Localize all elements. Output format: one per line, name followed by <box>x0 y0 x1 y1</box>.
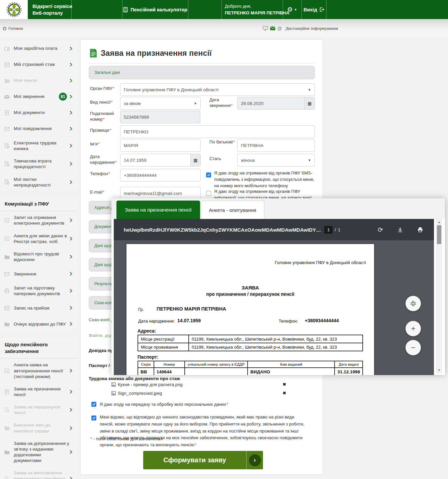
application-date-value: 28.08.2020 <box>241 101 264 106</box>
gear-icon: ⚙ <box>287 6 293 13</box>
first-name-input[interactable]: МАРІЯ <box>120 139 201 152</box>
pension-type-select[interactable]: за віком▼ <box>120 97 201 110</box>
sidebar-item[interactable]: Анкета-заява на автопризначення пенсії (… <box>0 359 77 382</box>
sidebar-item[interactable]: Мої документи <box>0 105 77 120</box>
sidebar-item[interactable]: Запит на підготовку паперових документів <box>0 282 77 300</box>
sidebar-item[interactable]: Мої листки непрацездатності <box>0 173 77 191</box>
remote-informing[interactable]: @ Дистанційне інформування <box>263 26 338 31</box>
field-label-pension-type: Вид пенсії* <box>90 100 119 105</box>
email-input[interactable]: marinagintova11@gmail.com <box>120 187 201 200</box>
fit-page-button[interactable] <box>406 296 421 311</box>
image-file-icon <box>111 382 116 387</box>
organ-select[interactable]: Головне управління ПФУ в Донецькій облас… <box>120 83 315 96</box>
sidebar-item[interactable]: Мої звернення81 <box>0 89 77 104</box>
sidebar-item[interactable]: Моя заробітна плата <box>0 41 77 56</box>
email-value: marinagintova11@gmail.com <box>124 191 182 196</box>
organ-value: Головне управління ПФУ в Донецькій облас… <box>124 87 218 92</box>
doc-phone-label: Телефон: <box>279 319 298 324</box>
settings-menu-button[interactable]: ⚙ ▼ <box>283 0 301 19</box>
sidebar-item[interactable]: Заява на допризначення у зв’язку з надан… <box>0 438 77 467</box>
pfu-logo[interactable] <box>0 0 28 19</box>
calendar-icon[interactable]: ▦ <box>304 97 315 109</box>
sidebar-item[interactable]: Відомості про трудові відносини <box>0 248 77 265</box>
awareness-consent-checkbox[interactable] <box>91 415 96 421</box>
required-fields-note: * - поля обов’язкові для заповнення <box>90 436 163 441</box>
submit-arrow-segment: › <box>246 451 263 469</box>
tax-number-input[interactable]: 5234567899 <box>120 111 200 123</box>
sidebar-item-label: Мої повідомлення <box>14 126 70 131</box>
folder-icon <box>4 254 10 260</box>
section-header-general[interactable]: Загальні дані <box>89 66 315 79</box>
sidebar-item[interactable]: Запит на отримання електронних документі… <box>0 212 77 229</box>
sidebar-item[interactable]: Внесення змін до пенсійної справи <box>0 419 77 437</box>
monitor-icon <box>263 26 268 31</box>
sidebar-item[interactable]: Анкета для зміни даних в Реєстрі застрах… <box>0 230 77 247</box>
required-mark: * <box>115 160 117 165</box>
sidebar-group: Щодо пенсійного забезпеченняАнкета-заява… <box>0 338 77 479</box>
gender-value: жіноча <box>241 158 255 163</box>
scrollbar-thumb[interactable] <box>437 225 441 244</box>
sidebar-item[interactable]: Електронна трудова книжка <box>0 137 77 154</box>
phone-value: +380934444444 <box>124 173 157 178</box>
breadcrumb-home: Головна <box>8 26 23 30</box>
doc-address-row: Місце проживання01199, Хмельницька обл.,… <box>138 343 363 351</box>
sidebar-item-label: Мої документи <box>14 110 70 115</box>
sidebar-item[interactable]: Очікує відправки до ПФУ <box>0 316 77 332</box>
birth-date-value: 14.07.1959 <box>124 158 147 163</box>
patronymic-input[interactable]: ПЕТРІВНА <box>237 139 315 152</box>
zoom-in-button[interactable]: + <box>406 321 421 336</box>
calendar-icon[interactable]: ▦ <box>190 154 200 166</box>
zoom-out-button[interactable]: − <box>406 340 421 355</box>
sms-consent-checkbox[interactable] <box>206 172 211 177</box>
delete-file-icon[interactable]: ✖ <box>283 391 286 395</box>
envelope-icon <box>4 126 10 132</box>
logout-label: Вихід <box>303 7 317 12</box>
chevron-right-icon <box>70 127 72 131</box>
breadcrumb[interactable]: Головна <box>3 26 23 30</box>
submit-application-button[interactable]: Сформувати заяву › <box>143 451 263 469</box>
pdf-scrollbar[interactable]: ▲ ▼ <box>436 219 442 373</box>
scroll-icon <box>4 476 10 479</box>
chevron-right-icon <box>70 162 72 166</box>
phone-input[interactable]: +380934444444 <box>120 169 201 182</box>
sidebar-item[interactable]: Звернення <box>0 266 77 281</box>
pdf-page-input[interactable]: 1 <box>324 226 333 234</box>
page-title: Заява на призначення пенсії <box>101 49 212 58</box>
field-label-organ: Орган ПФУ* <box>90 86 119 92</box>
chevron-right-icon <box>70 237 72 241</box>
personal-data-consent-checkbox[interactable] <box>91 402 96 407</box>
birth-date-input[interactable]: 14.07.1959▦ <box>120 154 201 166</box>
scroll-down-icon[interactable]: ▼ <box>437 367 442 373</box>
mail-icon <box>270 26 275 30</box>
doc-birth-value: 14.07.1959 <box>177 318 201 323</box>
pension-calculator-button[interactable]: Пенсійний калькулятор <box>122 0 188 19</box>
sidebar-item[interactable]: Заява на виготовлення електронного пенсі… <box>0 467 77 479</box>
delete-file-icon[interactable]: ✖ <box>283 382 286 387</box>
email-consent-checkbox[interactable] <box>206 191 211 196</box>
sidebar-item[interactable]: Мої повідомлення <box>0 121 77 136</box>
attached-file-name[interactable]: Sign_compressed.jpeg <box>118 391 162 396</box>
print-icon[interactable] <box>417 227 423 233</box>
doc-address-value: 01199, Хмельницька обл., Шепетівський р-… <box>189 335 363 343</box>
attached-file-name[interactable]: Кухня - пример для расчета.png <box>118 382 182 387</box>
gender-select[interactable]: жіноча▼ <box>237 154 315 166</box>
chevron-down-icon: ▼ <box>308 158 311 162</box>
sidebar-item[interactable]: Моя пенсія <box>0 73 77 88</box>
tab-questionnaire[interactable]: Анкета - опитування <box>201 201 264 219</box>
rotate-icon[interactable]: ⟳ <box>378 226 383 234</box>
download-icon[interactable] <box>397 227 403 233</box>
application-date-input[interactable]: 28.08.2020▦ <box>237 97 315 110</box>
chevron-right-icon <box>70 180 72 184</box>
scroll-up-icon[interactable]: ▲ <box>437 219 442 225</box>
sidebar-item[interactable]: Тимчасова втрата працездатності <box>0 155 77 172</box>
sidebar-item[interactable]: Заява на перерахунок пенсії <box>0 401 77 418</box>
pdf-toolbar-actions: ⟳ <box>378 226 423 234</box>
logout-button[interactable]: Вихід <box>301 0 326 19</box>
sidebar-item[interactable]: Заява на призначення пенсії <box>0 383 77 400</box>
tab-application[interactable]: Заява на призначення пенсії <box>116 201 200 219</box>
sidebar-item[interactable]: Мій страховий стаж <box>0 57 77 72</box>
sidebar-item[interactable]: Запис на прийом <box>0 300 77 316</box>
surname-input[interactable]: ПЕТРЕНКО <box>120 125 315 138</box>
sidebar-item-label: Моя заробітна плата <box>14 45 70 51</box>
chevron-right-icon <box>70 426 72 430</box>
